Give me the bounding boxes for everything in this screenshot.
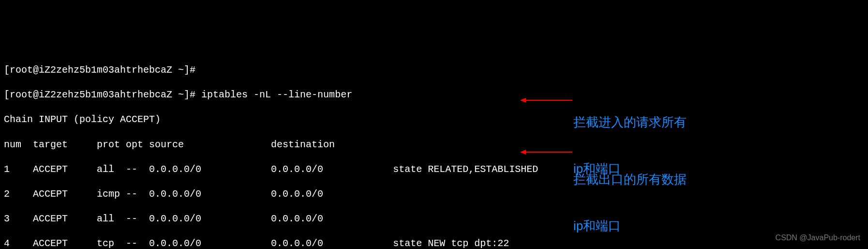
chain-header: Chain INPUT (policy ACCEPT)	[4, 113, 864, 126]
annotation-line: ip和端口	[573, 218, 687, 233]
watermark-text: CSDN @JavaPub-rodert	[776, 232, 860, 244]
annotation-text: 拦截出口的所有数据 ip和端口	[573, 140, 687, 249]
table-row: 3 ACCEPT all -- 0.0.0.0/0 0.0.0.0/0	[4, 213, 864, 225]
annotation-line: 拦截出口的所有数据	[573, 171, 687, 187]
columns-header: num target prot opt source destination	[4, 139, 864, 151]
annotation-line: 拦截进入的请求所有	[573, 114, 687, 130]
prompt-line: [root@iZ2zehz5b1m03ahtrhebcaZ ~]#	[4, 64, 864, 77]
table-row: 2 ACCEPT icmp -- 0.0.0.0/0 0.0.0.0/0	[4, 188, 864, 201]
shell-prompt[interactable]: [root@iZ2zehz5b1m03ahtrhebcaZ ~]#	[4, 64, 195, 76]
command-text: iptables -nL --line-number	[195, 89, 352, 100]
command-line: [root@iZ2zehz5b1m03ahtrhebcaZ ~]# iptabl…	[4, 89, 864, 101]
terminal-output: [root@iZ2zehz5b1m03ahtrhebcaZ ~]# [root@…	[0, 49, 868, 249]
table-row: 4 ACCEPT tcp -- 0.0.0.0/0 0.0.0.0/0 stat…	[4, 237, 864, 249]
shell-prompt[interactable]: [root@iZ2zehz5b1m03ahtrhebcaZ ~]#	[4, 89, 195, 100]
table-row: 1 ACCEPT all -- 0.0.0.0/0 0.0.0.0/0 stat…	[4, 163, 864, 176]
